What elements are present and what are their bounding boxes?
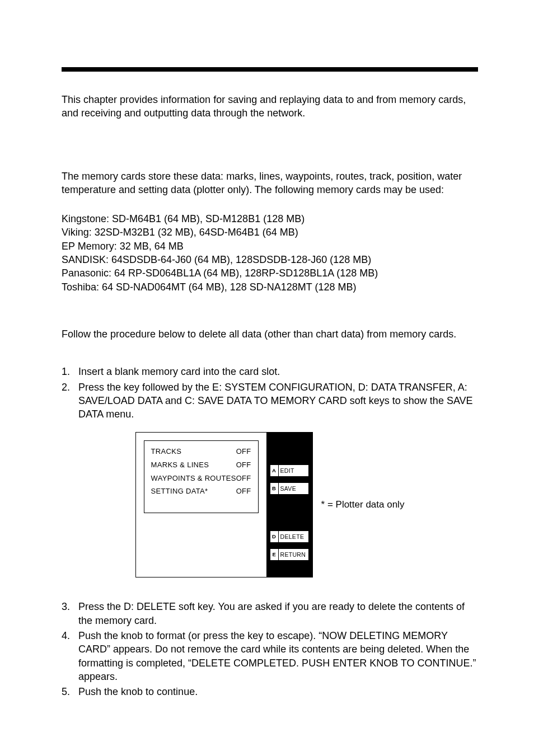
menu-caption: * = Plotter data only	[321, 499, 405, 511]
step-number: 4.	[62, 629, 78, 642]
menu-panel: TRACKS OFF MARKS & LINES OFF WAYPOINTS &…	[135, 432, 313, 577]
step-number: 1.	[62, 365, 78, 378]
menu-row-value: OFF	[236, 473, 251, 483]
menu-row-value: OFF	[236, 447, 251, 457]
softkey-label: EDIT	[279, 467, 296, 475]
card-line: Viking: 32SD-M32B1 (32 MB), 64SD-M64B1 (…	[62, 226, 478, 239]
memory-cards-description: The memory cards store these data: marks…	[62, 170, 478, 197]
step-text: Press the key followed by the E: SYSTEM …	[78, 381, 478, 421]
softkey-letter: D	[270, 531, 279, 542]
card-line: Panasonic: 64 RP-SD064BL1A (64 MB), 128R…	[62, 266, 478, 280]
title-separator	[62, 67, 478, 72]
softkey-save[interactable]: B SAVE	[270, 482, 309, 495]
menu-row-value: OFF	[236, 460, 251, 470]
card-line: Kingstone: SD-M64B1 (64 MB), SD-M128B1 (…	[62, 212, 478, 226]
softkey-column: SAVE DATA A EDIT B SAVE D DELETE E	[266, 433, 312, 577]
menu-row-label: TRACKS	[151, 447, 182, 457]
menu-options-box: TRACKS OFF MARKS & LINES OFF WAYPOINTS &…	[144, 440, 259, 513]
step-text: Push the knob to continue.	[78, 685, 478, 698]
softkey-header-line: SAVE	[270, 437, 309, 450]
softkey-letter: A	[270, 465, 279, 476]
menu-row-waypoints-routes: WAYPOINTS & ROUTES OFF	[151, 473, 251, 483]
step-text: Press the D: DELETE soft key. You are as…	[78, 600, 478, 627]
menu-row-label: MARKS & LINES	[151, 460, 209, 470]
delete-intro: Follow the procedure below to delete all…	[62, 327, 478, 341]
intro-paragraph: This chapter provides information for sa…	[62, 93, 478, 120]
card-line: Toshiba: 64 SD-NAD064MT (64 MB), 128 SD-…	[62, 280, 478, 294]
save-data-menu-figure: TRACKS OFF MARKS & LINES OFF WAYPOINTS &…	[62, 432, 478, 577]
softkey-letter: B	[270, 483, 279, 494]
softkey-label: SAVE	[279, 485, 298, 492]
softkey-header: SAVE DATA	[270, 437, 309, 464]
softkey-label: RETURN	[279, 551, 308, 558]
step-number: 5.	[62, 685, 78, 698]
menu-row-marks-lines: MARKS & LINES OFF	[151, 460, 251, 470]
menu-row-tracks: TRACKS OFF	[151, 447, 251, 457]
card-line: SANDISK: 64SDSDB-64-J60 (64 MB), 128SDSD…	[62, 253, 478, 266]
softkey-letter: E	[270, 549, 279, 560]
steps-bottom: 3. Press the D: DELETE soft key. You are…	[62, 600, 478, 698]
step-number: 2.	[62, 381, 78, 394]
menu-row-label: WAYPOINTS & ROUTES	[151, 473, 236, 483]
step-number: 3.	[62, 600, 78, 613]
menu-row-setting-data: SETTING DATA* OFF	[151, 486, 251, 496]
softkey-edit[interactable]: A EDIT	[270, 464, 309, 477]
softkey-delete[interactable]: D DELETE	[270, 530, 309, 543]
menu-row-value: OFF	[236, 486, 251, 496]
steps-top: 1. Insert a blank memory card into the c…	[62, 365, 478, 421]
softkey-header-line: DATA	[270, 451, 309, 464]
menu-row-label: SETTING DATA*	[151, 486, 208, 496]
step-text: Push the knob to format (or press the ke…	[78, 629, 478, 683]
memory-cards-list: Kingstone: SD-M64B1 (64 MB), SD-M128B1 (…	[62, 212, 478, 294]
card-line: EP Memory: 32 MB, 64 MB	[62, 240, 478, 253]
step-text: Insert a blank memory card into the card…	[78, 365, 478, 378]
softkey-label: DELETE	[279, 533, 306, 541]
softkey-return[interactable]: E RETURN	[270, 548, 309, 561]
